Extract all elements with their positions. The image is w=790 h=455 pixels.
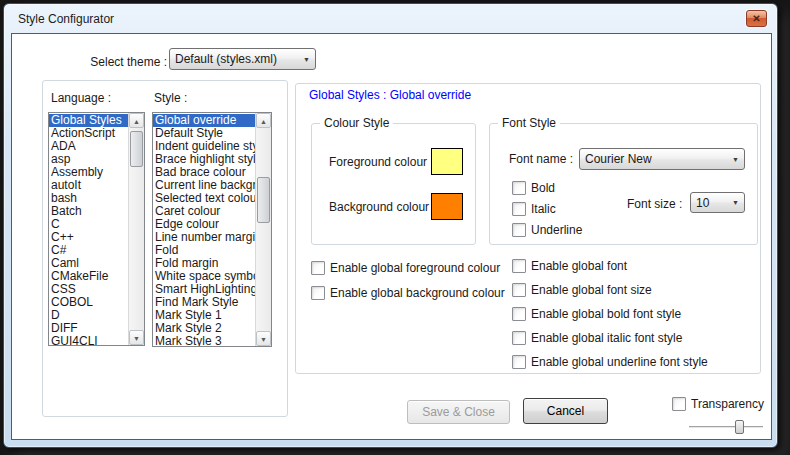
transparency-checkbox-row[interactable]: Transparency: [672, 397, 764, 411]
transparency-checkbox[interactable]: [672, 397, 686, 411]
slider-thumb[interactable]: [735, 420, 744, 434]
checkbox-row[interactable]: Enable global font: [512, 259, 708, 273]
list-item[interactable]: Smart HighLighting: [153, 283, 255, 296]
checkbox-row[interactable]: Enable global bold font style: [512, 307, 708, 321]
list-item[interactable]: Caml: [49, 257, 128, 270]
list-item[interactable]: Mark Style 3: [153, 335, 255, 347]
checkbox-row[interactable]: Italic: [512, 202, 582, 216]
list-item[interactable]: CSS: [49, 283, 128, 296]
checkbox-label: Enable global font size: [531, 283, 652, 297]
checkbox-label: Italic: [531, 202, 556, 216]
theme-select[interactable]: Default (styles.xml) ▼: [169, 48, 316, 70]
list-item[interactable]: bash: [49, 192, 128, 205]
checkbox[interactable]: [311, 261, 325, 275]
style-listbox[interactable]: Global overrideDefault StyleIndent guide…: [152, 112, 272, 347]
checkbox-label: Enable global background colour: [330, 286, 505, 300]
list-item[interactable]: GUI4CLI: [49, 335, 128, 346]
title-bar[interactable]: Style Configurator ✕: [4, 4, 777, 32]
window-title: Style Configurator: [18, 12, 114, 26]
checkbox-row[interactable]: Enable global underline font style: [512, 355, 708, 369]
list-item[interactable]: Fold margin: [153, 257, 255, 270]
scroll-down-icon[interactable]: ▼: [129, 330, 144, 345]
list-item[interactable]: D: [49, 309, 128, 322]
checkbox[interactable]: [512, 223, 526, 237]
style-configurator-dialog: Style Configurator ✕ Select theme : Defa…: [3, 3, 778, 448]
language-scrollbar[interactable]: ▲ ▼: [128, 113, 144, 345]
checkbox-row[interactable]: Bold: [512, 181, 582, 195]
list-item[interactable]: C: [49, 218, 128, 231]
list-item[interactable]: Assembly: [49, 166, 128, 179]
checkbox[interactable]: [311, 286, 325, 300]
list-item[interactable]: ADA: [49, 140, 128, 153]
chevron-down-icon: ▼: [727, 156, 744, 163]
font-name-select[interactable]: Courier New ▼: [579, 148, 745, 170]
checkbox-row[interactable]: Underline: [512, 223, 582, 237]
list-item[interactable]: Global override: [153, 114, 255, 127]
dialog-client-area: Select theme : Default (styles.xml) ▼ La…: [11, 33, 772, 440]
checkbox-row[interactable]: Enable global font size: [512, 283, 708, 297]
list-item[interactable]: Selected text colour: [153, 192, 255, 205]
font-style-group-title: Font Style: [498, 116, 560, 130]
list-item[interactable]: COBOL: [49, 296, 128, 309]
list-item[interactable]: DIFF: [49, 322, 128, 335]
style-scrollbar[interactable]: ▲ ▼: [255, 113, 271, 346]
checkbox-row[interactable]: Enable global background colour: [311, 286, 505, 300]
checkbox[interactable]: [512, 331, 526, 345]
list-item[interactable]: Indent guideline style: [153, 140, 255, 153]
list-item[interactable]: C++: [49, 231, 128, 244]
save-and-close-label: Save & Close: [422, 405, 495, 419]
checkbox-label: Underline: [531, 223, 582, 237]
detail-header: Global Styles : Global override: [309, 88, 471, 102]
checkbox-label: Enable global bold font style: [531, 307, 681, 321]
background-swatch[interactable]: [431, 193, 463, 220]
list-item[interactable]: asp: [49, 153, 128, 166]
theme-label: Select theme :: [32, 55, 167, 69]
checkbox-label: Bold: [531, 181, 555, 195]
checkbox[interactable]: [512, 181, 526, 195]
list-item[interactable]: Batch: [49, 205, 128, 218]
transparency-label: Transparency: [691, 397, 764, 411]
scrollbar-thumb[interactable]: [257, 177, 270, 223]
list-item[interactable]: White space symbole: [153, 270, 255, 283]
list-item[interactable]: Bad brace colour: [153, 166, 255, 179]
checkbox[interactable]: [512, 283, 526, 297]
font-size-select[interactable]: 10 ▼: [690, 192, 745, 213]
list-item[interactable]: Global Styles: [49, 114, 128, 127]
scroll-up-icon[interactable]: ▲: [256, 113, 271, 128]
foreground-swatch[interactable]: [431, 148, 463, 175]
save-and-close-button[interactable]: Save & Close: [407, 400, 510, 424]
language-listbox[interactable]: Global StylesActionScriptADAaspAssemblya…: [48, 112, 145, 346]
checkbox-row[interactable]: Enable global foreground colour: [311, 261, 505, 275]
scroll-down-icon[interactable]: ▼: [256, 331, 271, 346]
theme-selected-value: Default (styles.xml): [170, 52, 298, 66]
list-item[interactable]: Default Style: [153, 127, 255, 140]
close-button[interactable]: ✕: [746, 10, 767, 27]
colour-style-group: Colour Style: [311, 123, 476, 245]
checkbox-row[interactable]: Enable global italic font style: [512, 331, 708, 345]
colour-style-group-title: Colour Style: [320, 116, 393, 130]
cancel-button[interactable]: Cancel: [523, 398, 608, 424]
scrollbar-thumb[interactable]: [130, 131, 143, 167]
list-item[interactable]: Edge colour: [153, 218, 255, 231]
scroll-up-icon[interactable]: ▲: [129, 113, 144, 128]
list-item[interactable]: C#: [49, 244, 128, 257]
list-item[interactable]: CMakeFile: [49, 270, 128, 283]
list-item[interactable]: Line number margin: [153, 231, 255, 244]
style-label: Style :: [154, 91, 187, 105]
checkbox[interactable]: [512, 259, 526, 273]
list-item[interactable]: autoIt: [49, 179, 128, 192]
checkbox[interactable]: [512, 355, 526, 369]
list-item[interactable]: Find Mark Style: [153, 296, 255, 309]
list-item[interactable]: Mark Style 2: [153, 322, 255, 335]
transparency-slider[interactable]: [689, 426, 763, 428]
checkbox[interactable]: [512, 307, 526, 321]
list-item[interactable]: Brace highlight style: [153, 153, 255, 166]
list-item[interactable]: Mark Style 1: [153, 309, 255, 322]
list-item[interactable]: Current line background colour: [153, 179, 255, 192]
list-item[interactable]: Fold: [153, 244, 255, 257]
list-item[interactable]: ActionScript: [49, 127, 128, 140]
cancel-label: Cancel: [547, 404, 584, 418]
list-item[interactable]: Caret colour: [153, 205, 255, 218]
checkbox[interactable]: [512, 202, 526, 216]
enable-font-checkboxes: Enable global fontEnable global font siz…: [512, 259, 708, 379]
